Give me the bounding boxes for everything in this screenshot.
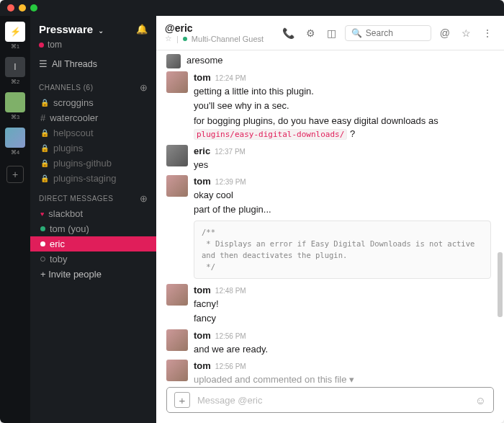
app-window: ⚡ ⌘1 I ⌘2 ⌘3 ⌘4 + Pressware ⌄ 🔔 tom: [0, 0, 504, 423]
presence-dot-icon: [183, 37, 187, 41]
avatar: [166, 284, 188, 306]
channel-watercooler[interactable]: #watercooler: [30, 110, 156, 125]
gear-icon[interactable]: ⚙: [303, 25, 318, 42]
workspace-4-hotkey: ⌘4: [11, 149, 19, 156]
message-text: yes: [194, 159, 491, 172]
threads-icon: ☰: [39, 58, 48, 69]
current-user-name: tom: [48, 40, 62, 50]
message-text: you'll see why in a sec.: [166, 99, 491, 115]
attach-button[interactable]: +: [174, 392, 190, 408]
hash-icon: #: [40, 112, 45, 123]
channels-label: CHANNELS: [39, 84, 81, 92]
channel-scroggins[interactable]: 🔒scroggins: [30, 95, 156, 110]
team-name[interactable]: Pressware: [39, 23, 93, 35]
message-time: 12:56 PM: [215, 331, 246, 342]
zoom-window-button[interactable]: [30, 4, 37, 12]
notifications-bell-icon[interactable]: 🔔: [136, 24, 148, 35]
channels-section-header: CHANNELS (6) ⊕: [30, 75, 156, 95]
conversation-title: @eric: [165, 22, 274, 34]
lock-icon: 🔒: [40, 174, 49, 182]
message-author: tom: [194, 360, 211, 373]
team-menu-chevron-icon: ⌄: [98, 27, 104, 35]
invite-people-link[interactable]: + Invite people: [30, 267, 156, 282]
message-text: uploaded and commented on this file ▾: [194, 373, 491, 387]
star-items-icon[interactable]: ☆: [459, 25, 474, 42]
workspace-3[interactable]: [5, 92, 25, 112]
workspace-3-hotkey: ⌘3: [11, 114, 19, 120]
conversation-header: @eric ☆ | Multi-Channel Guest 📞 ⚙ ◫ 🔍 @: [156, 16, 504, 50]
workspace-rail: ⚡ ⌘1 I ⌘2 ⌘3 ⌘4 +: [0, 16, 30, 423]
message-text: for bogging plugins, do you have easy di…: [166, 115, 491, 143]
search-box[interactable]: 🔍: [345, 25, 431, 41]
message-author: tom: [194, 329, 211, 343]
presence-dot-icon: [40, 241, 45, 246]
message-text: and we are ready.: [194, 343, 491, 357]
avatar: [166, 360, 188, 381]
lock-icon: 🔒: [40, 144, 49, 152]
code-block: /** * Displays an error if Easy Digital …: [194, 221, 491, 279]
channel-plugins[interactable]: 🔒plugins: [30, 141, 156, 156]
heart-icon: ♥: [40, 210, 44, 218]
channel-plugins-staging[interactable]: 🔒plugins-staging: [30, 171, 156, 186]
conversation-pane: @eric ☆ | Multi-Channel Guest 📞 ⚙ ◫ 🔍 @: [156, 16, 504, 423]
avatar: [166, 329, 188, 351]
message-author: tom: [194, 175, 211, 189]
macos-titlebar: [0, 0, 504, 16]
channel-plugins-github[interactable]: 🔒plugins-github: [30, 156, 156, 171]
avatar: [166, 71, 188, 93]
message-time: 12:56 PM: [215, 362, 246, 373]
pane-icon[interactable]: ◫: [324, 25, 339, 42]
lock-icon: 🔒: [40, 129, 49, 137]
message-author: eric: [194, 145, 210, 159]
dm-tom[interactable]: tom (you): [30, 221, 156, 236]
close-window-button[interactable]: [7, 4, 14, 12]
all-threads-link[interactable]: ☰ All Threads: [30, 55, 156, 75]
message-author: tom: [194, 284, 211, 298]
avatar: [166, 175, 188, 197]
message-time: 12:24 PM: [215, 74, 246, 84]
search-input[interactable]: [366, 28, 423, 38]
call-icon[interactable]: 📞: [279, 25, 297, 42]
workspace-1-hotkey: ⌘1: [11, 43, 19, 50]
lock-icon: 🔒: [40, 159, 49, 167]
workspace-2[interactable]: I: [5, 57, 25, 77]
dm-eric[interactable]: eric: [30, 236, 156, 251]
dm-slackbot[interactable]: ♥slackbot: [30, 206, 156, 221]
lock-icon: 🔒: [40, 99, 49, 107]
search-icon: 🔍: [351, 28, 362, 38]
message-list[interactable]: aresome tom12:24 PMgetting a little into…: [156, 50, 504, 387]
add-dm-button[interactable]: ⊕: [140, 193, 148, 204]
conversation-subtitle: Multi-Channel Guest: [192, 35, 264, 43]
inline-code: plugins/easy-digital-downloads/: [194, 129, 347, 140]
message-input[interactable]: Message @eric: [197, 395, 468, 406]
dm-toby[interactable]: toby: [30, 251, 156, 267]
user-status[interactable]: tom: [30, 40, 156, 55]
add-channel-button[interactable]: ⊕: [140, 82, 148, 93]
message-time: 12:37 PM: [215, 147, 246, 158]
message-composer: + Message @eric ☺: [156, 387, 504, 423]
avatar: [166, 145, 188, 166]
message-time: 12:39 PM: [215, 177, 246, 188]
scrollbar-thumb[interactable]: [498, 252, 503, 317]
presence-dot-icon: [40, 257, 45, 262]
all-threads-label: All Threads: [52, 59, 97, 69]
message-text: fancy: [166, 312, 491, 327]
presence-dot-icon: [39, 43, 44, 48]
message-text: facny!: [194, 298, 491, 311]
star-icon[interactable]: ☆: [165, 34, 172, 43]
dms-section-header: DIRECT MESSAGES ⊕: [30, 186, 156, 206]
sidebar: Pressware ⌄ 🔔 tom ☰ All Threads CHANNELS…: [30, 16, 156, 423]
mentions-icon[interactable]: @: [437, 25, 453, 42]
message-text: aresome: [186, 54, 491, 68]
workspace-4[interactable]: [5, 128, 25, 148]
minimize-window-button[interactable]: [19, 4, 26, 12]
emoji-icon[interactable]: ☺: [475, 394, 486, 406]
channels-count: (6): [84, 84, 94, 92]
workspace-1[interactable]: ⚡: [5, 22, 25, 42]
channel-helpscout[interactable]: 🔒helpscout: [30, 125, 156, 141]
more-icon[interactable]: ⋮: [480, 25, 495, 42]
dms-label: DIRECT MESSAGES: [39, 195, 113, 202]
message-text: getting a little into this plugin.: [194, 85, 491, 99]
add-workspace-button[interactable]: +: [6, 166, 24, 183]
workspace-2-hotkey: ⌘2: [11, 79, 19, 85]
